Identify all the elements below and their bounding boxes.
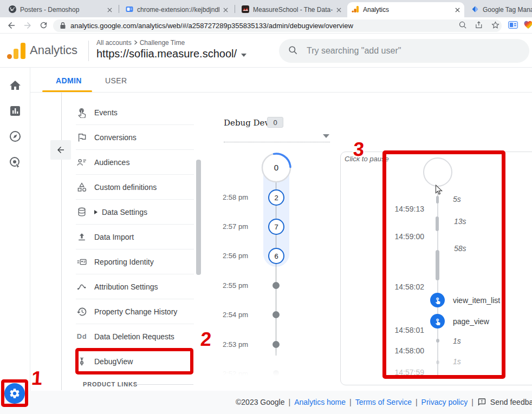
minute-time-label: 2:56 pm	[216, 252, 248, 260]
menu-item-label: Property Change History	[94, 307, 177, 316]
search-icon	[288, 45, 298, 57]
menu-item-data-settings[interactable]: Data Settings	[76, 200, 194, 225]
left-rail-divider	[30, 68, 30, 414]
search-input[interactable]	[306, 45, 521, 56]
footer-links-row: ©2023 Google | Analytics home | Terms of…	[236, 398, 532, 406]
minute-bubble[interactable]: 2	[268, 189, 284, 206]
menu-item-events[interactable]: Events	[76, 100, 194, 125]
global-search[interactable]	[279, 39, 529, 63]
annotation-number-2: 2	[200, 328, 212, 351]
extension-favicon	[126, 5, 133, 15]
menu-item-audiences[interactable]: Audiences	[76, 150, 194, 175]
minute-time-label: 2:54 pm	[216, 311, 248, 319]
breadcrumb-property[interactable]: Challenge Time	[140, 39, 185, 47]
identity-card-icon	[76, 256, 88, 268]
annotation-number-1: 1	[31, 367, 43, 390]
minute-bubble[interactable]: 6	[268, 248, 284, 264]
footer-link-analytics-home[interactable]: Analytics home	[294, 398, 346, 406]
menu-item-data-import[interactable]: Data Import	[76, 225, 194, 249]
heart-extension-icon[interactable]	[523, 20, 532, 31]
back-icon[interactable]	[7, 21, 16, 32]
annotation-number-3: 3	[353, 138, 365, 161]
minutes-timeline-line	[276, 181, 276, 356]
header-divider	[88, 41, 89, 61]
tab-title: Analytics	[363, 6, 451, 14]
breadcrumb-root[interactable]: All accounts	[96, 39, 132, 47]
menu-item-label: Events	[94, 108, 118, 117]
tab-title: Posters - Demoshop	[20, 6, 103, 14]
minute-dot[interactable]	[273, 282, 280, 289]
database-icon	[76, 206, 88, 218]
browser-tab-measureschool[interactable]: MeasureSchool - The Data-Drive	[237, 2, 346, 17]
menu-item-label: Data Settings	[102, 208, 147, 216]
tab-user[interactable]: USER	[105, 76, 127, 85]
admin-gear-button[interactable]	[4, 383, 25, 404]
minute-time-label: 2:53 pm	[216, 340, 248, 349]
section-divider	[135, 384, 193, 385]
forward-icon[interactable]	[23, 21, 33, 32]
wordpress-favicon	[9, 5, 16, 15]
tab-separator	[119, 5, 119, 13]
menu-item-conversions[interactable]: Conversions	[76, 125, 194, 150]
minute-time-label: 2:58 pm	[216, 193, 248, 201]
minute-dot[interactable]	[273, 341, 280, 348]
tab-close-icon[interactable]	[107, 8, 112, 12]
menu-item-property-change-history[interactable]: Property Change History	[76, 299, 194, 324]
menu-item-label: Custom definitions	[94, 183, 157, 192]
menu-item-label: Data Deletion Requests	[94, 332, 174, 341]
menu-item-data-deletion-requests[interactable]: Dd Data Deletion Requests	[76, 324, 194, 349]
home-icon[interactable]	[9, 79, 22, 92]
footer-link-terms[interactable]: Terms of Service	[355, 398, 412, 406]
zoom-icon[interactable]	[458, 21, 468, 32]
menu-item-custom-definitions[interactable]: Custom definitions	[76, 175, 194, 200]
shapes-icon	[76, 181, 88, 193]
menu-item-label: Attribution Settings	[94, 282, 158, 291]
expand-arrow-icon[interactable]	[94, 210, 98, 214]
annotation-box-3	[382, 150, 505, 379]
browser-tab-posters[interactable]: Posters - Demoshop	[4, 2, 116, 17]
admin-panel-divider	[61, 93, 62, 390]
menu-item-reporting-identity[interactable]: Reporting Identity	[76, 249, 194, 274]
menu-item-label: Conversions	[94, 133, 137, 142]
menu-item-label: Reporting Identity	[94, 258, 154, 266]
share-icon[interactable]	[475, 21, 484, 32]
footer-separator: |	[416, 398, 418, 406]
gear-icon	[9, 387, 21, 399]
property-url[interactable]: https://sofiia.measure.school/	[96, 48, 237, 60]
menu-scrollbar[interactable]	[196, 160, 201, 275]
collapse-panel-button[interactable]	[50, 140, 71, 160]
refresh-icon[interactable]	[39, 21, 48, 32]
tab-close-icon[interactable]	[455, 8, 460, 12]
explore-icon[interactable]	[9, 130, 22, 143]
bookmark-star-icon[interactable]	[491, 21, 500, 32]
menu-item-label: Data Import	[94, 233, 134, 241]
dropdown-caret-icon[interactable]	[323, 134, 329, 138]
url-input[interactable]	[70, 20, 374, 31]
annotation-box-2	[75, 348, 193, 374]
device-select-dropdown[interactable]	[224, 133, 330, 142]
tab-close-icon[interactable]	[336, 8, 341, 12]
analytics-favicon	[352, 5, 359, 15]
ga-debugger-extension-icon[interactable]	[508, 21, 518, 31]
footer-link-privacy[interactable]: Privacy policy	[421, 398, 468, 406]
advertising-icon[interactable]	[9, 156, 22, 169]
analytics-product-name: Analytics	[30, 43, 77, 57]
footer-feedback-label[interactable]: Send feedback	[490, 398, 532, 406]
browser-tab-strip: Posters - Demoshop chrome-extension://ke…	[0, 0, 532, 17]
tab-close-icon[interactable]	[223, 8, 228, 12]
browser-tab-analytics-active[interactable]: Analytics	[347, 2, 464, 17]
analytics-logo	[7, 42, 27, 62]
browser-tab-extension[interactable]: chrome-extension://kejbdjndbnb	[121, 2, 232, 17]
minute-bubble[interactable]: 7	[268, 219, 284, 235]
reports-icon[interactable]	[9, 104, 22, 117]
tab-admin[interactable]: ADMIN	[56, 76, 82, 85]
breadcrumb[interactable]: All accounts Challenge Time	[96, 39, 185, 47]
chevron-right-icon	[134, 39, 138, 47]
chevron-down-icon	[241, 54, 246, 57]
browser-tab-gtm[interactable]: Google Tag Manager	[467, 2, 532, 17]
touch-event-icon	[76, 107, 88, 119]
minute-dot[interactable]	[273, 311, 280, 318]
menu-item-attribution-settings[interactable]: Attribution Settings	[76, 274, 194, 299]
audiences-icon	[76, 156, 88, 168]
property-selector[interactable]: https://sofiia.measure.school/	[96, 48, 246, 60]
